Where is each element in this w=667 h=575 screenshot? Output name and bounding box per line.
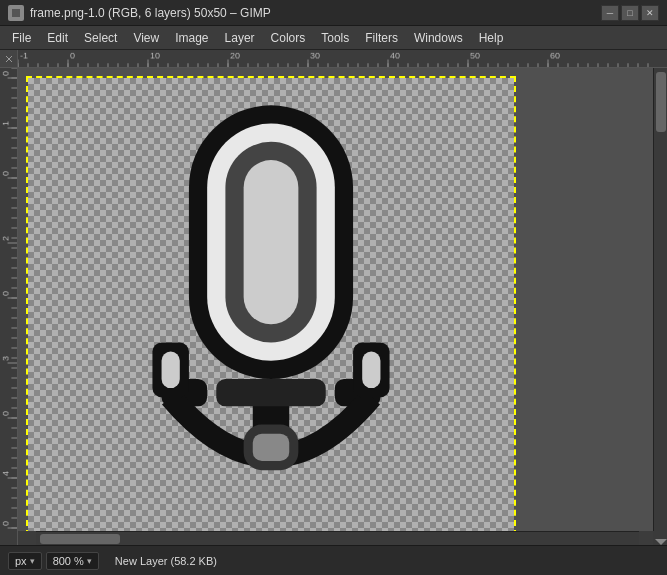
menu-layer[interactable]: Layer [217, 27, 263, 49]
bottom-row [0, 531, 667, 545]
menu-filters[interactable]: Filters [357, 27, 406, 49]
vertical-scroll-thumb[interactable] [656, 72, 666, 132]
main-area [0, 50, 667, 545]
close-button[interactable]: ✕ [641, 5, 659, 21]
menu-tools[interactable]: Tools [313, 27, 357, 49]
minimize-button[interactable]: ─ [601, 5, 619, 21]
ruler-top-row [0, 50, 667, 68]
menu-view[interactable]: View [125, 27, 167, 49]
svg-rect-14 [162, 352, 180, 388]
canvas-area [26, 76, 516, 531]
ruler-h-canvas [18, 50, 653, 67]
ruler-horizontal [18, 50, 653, 68]
title-bar-left: frame.png-1.0 (RGB, 6 layers) 50x50 – GI… [8, 5, 271, 21]
menu-colors[interactable]: Colors [263, 27, 314, 49]
ruler-bottom-left [0, 531, 18, 545]
horizontal-scroll-thumb[interactable] [40, 534, 120, 544]
zoom-dropdown-icon: ▾ [87, 556, 92, 566]
title-bar: frame.png-1.0 (RGB, 6 layers) 50x50 – GI… [0, 0, 667, 26]
menu-file[interactable]: File [4, 27, 39, 49]
content-row [0, 68, 667, 531]
ruler-v-canvas [0, 68, 17, 531]
canvas-wrapper[interactable] [18, 68, 653, 531]
svg-rect-7 [216, 379, 325, 406]
menu-windows[interactable]: Windows [406, 27, 471, 49]
window-title: frame.png-1.0 (RGB, 6 layers) 50x50 – GI… [30, 6, 271, 20]
menu-help[interactable]: Help [471, 27, 512, 49]
status-left: px ▾ 800 % ▾ [8, 552, 99, 570]
zoom-value: 800 % [53, 555, 84, 567]
unit-selector[interactable]: px ▾ [8, 552, 42, 570]
zoom-selector[interactable]: 800 % ▾ [46, 552, 99, 570]
svg-rect-11 [253, 434, 289, 461]
menu-bar: File Edit Select View Image Layer Colors… [0, 26, 667, 50]
vertical-scrollbar[interactable] [653, 68, 667, 531]
scroll-corner-icon [653, 531, 667, 545]
unit-value: px [15, 555, 27, 567]
layer-info: New Layer (58.2 KB) [115, 555, 217, 567]
ruler-vertical [0, 68, 18, 531]
svg-rect-15 [362, 352, 380, 388]
unit-dropdown-icon: ▾ [30, 556, 35, 566]
ruler-corner [0, 50, 18, 68]
window-controls[interactable]: ─ □ ✕ [601, 5, 659, 21]
status-bar: px ▾ 800 % ▾ New Layer (58.2 KB) [0, 545, 667, 575]
menu-image[interactable]: Image [167, 27, 216, 49]
app-icon [8, 5, 24, 21]
scroll-corner [653, 531, 667, 545]
menu-edit[interactable]: Edit [39, 27, 76, 49]
horizontal-scrollbar[interactable] [36, 531, 639, 545]
sprite-image [28, 78, 514, 531]
svg-rect-5 [244, 160, 299, 324]
svg-rect-1 [12, 9, 20, 17]
maximize-button[interactable]: □ [621, 5, 639, 21]
menu-select[interactable]: Select [76, 27, 125, 49]
